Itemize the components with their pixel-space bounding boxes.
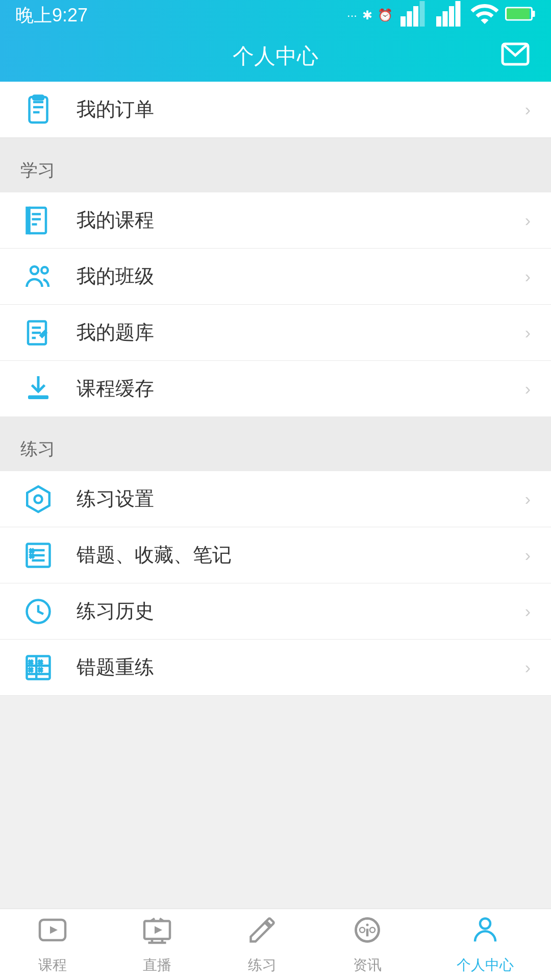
svg-text:✕: ✕ xyxy=(30,553,34,559)
question-bank-label: 我的题库 xyxy=(77,320,525,346)
list-item-courses[interactable]: 我的课程 › xyxy=(0,192,551,249)
list-item-orders[interactable]: 我的订单 › xyxy=(0,82,551,138)
orders-label: 我的订单 xyxy=(77,96,525,122)
list-item-cache[interactable]: 课程缓存 › xyxy=(0,361,551,417)
play-circle-icon xyxy=(37,915,68,951)
practice-settings-label: 练习设置 xyxy=(77,486,525,512)
cache-label: 课程缓存 xyxy=(77,376,525,402)
svg-rect-7 xyxy=(456,1,461,27)
top-section: 我的订单 › xyxy=(0,82,551,138)
practice-items: 练习设置 › ✕ ✕ 错题、收藏、笔记 › xyxy=(0,471,551,696)
list-item-wrong-retrain[interactable]: ✕ ✕ ✕ ✕ 错题重练 › xyxy=(0,640,551,696)
alarm-icon: ⏰ xyxy=(378,8,393,22)
mail-button[interactable] xyxy=(500,39,531,74)
tab-courses-label: 课程 xyxy=(38,955,67,975)
svg-point-22 xyxy=(31,266,38,274)
svg-point-56 xyxy=(360,927,365,933)
bluetooth-icon: ✱ xyxy=(362,8,372,22)
courses-label: 我的课程 xyxy=(77,207,525,233)
svg-rect-4 xyxy=(436,16,441,27)
list-item-practice-history[interactable]: 练习历史 › xyxy=(0,583,551,640)
clock-icon xyxy=(20,594,56,629)
wrong-retrain-label: 错题重练 xyxy=(77,654,525,680)
svg-text:✕: ✕ xyxy=(29,667,33,672)
grid-x-icon: ✕ ✕ ✕ ✕ xyxy=(20,650,56,685)
signal-bar2-icon xyxy=(434,0,464,32)
svg-point-57 xyxy=(370,927,375,933)
svg-text:✕: ✕ xyxy=(29,659,33,665)
section-gap-1 xyxy=(0,138,551,149)
page-header: 个人中心 xyxy=(0,31,551,82)
content-area: 我的订单 › 学习 我的课程 › xyxy=(0,82,551,909)
tab-profile-label: 个人中心 xyxy=(457,955,514,975)
tab-bar: 课程 直播 练习 xyxy=(0,909,551,980)
svg-rect-28 xyxy=(28,395,48,399)
svg-rect-2 xyxy=(413,6,418,27)
list-item-practice-settings[interactable]: 练习设置 › xyxy=(0,471,551,527)
pencil-icon xyxy=(247,915,278,951)
practice-section-header: 练习 xyxy=(0,427,551,471)
practice-history-label: 练习历史 xyxy=(77,598,525,624)
tab-item-live[interactable]: 直播 xyxy=(142,915,172,975)
svg-rect-6 xyxy=(449,6,454,27)
live-tv-icon xyxy=(142,915,172,951)
svg-rect-3 xyxy=(420,1,425,27)
gear-hex-icon xyxy=(20,481,56,517)
info-circle-icon xyxy=(352,915,383,951)
wrong-retrain-chevron: › xyxy=(525,657,531,677)
person-icon xyxy=(470,915,500,951)
page-title: 个人中心 xyxy=(233,42,318,70)
svg-point-53 xyxy=(366,923,368,926)
list-item-question-bank[interactable]: 我的题库 › xyxy=(0,305,551,361)
wifi-icon xyxy=(469,0,500,32)
tab-item-profile[interactable]: 个人中心 xyxy=(457,915,514,975)
svg-rect-10 xyxy=(507,9,530,19)
svg-rect-1 xyxy=(407,11,412,27)
list-check-icon: ✕ ✕ xyxy=(20,537,56,573)
svg-rect-9 xyxy=(532,11,535,17)
status-time: 晚上9:27 xyxy=(15,3,88,28)
battery-icon xyxy=(505,0,536,32)
status-bar: 晚上9:27 ··· ✱ ⏰ xyxy=(0,0,551,31)
wrong-collect-notes-chevron: › xyxy=(525,545,531,565)
users-icon xyxy=(20,259,56,295)
svg-point-58 xyxy=(480,918,490,928)
tab-practice-label: 练习 xyxy=(248,955,277,975)
svg-text:✕: ✕ xyxy=(38,659,42,665)
orders-chevron: › xyxy=(525,100,531,119)
svg-marker-46 xyxy=(50,926,58,934)
svg-rect-16 xyxy=(33,95,43,100)
svg-text:✕: ✕ xyxy=(38,667,42,672)
tab-item-courses[interactable]: 课程 xyxy=(37,915,68,975)
learning-section-header: 学习 xyxy=(0,149,551,192)
list-item-wrong-collect-notes[interactable]: ✕ ✕ 错题、收藏、笔记 › xyxy=(0,527,551,583)
book-icon xyxy=(20,203,56,238)
tab-item-news[interactable]: 资讯 xyxy=(352,915,383,975)
signal-dots-icon: ··· xyxy=(347,8,357,22)
status-icons: ··· ✱ ⏰ xyxy=(347,0,536,32)
download-icon xyxy=(20,371,56,407)
svg-marker-51 xyxy=(155,926,162,934)
svg-rect-5 xyxy=(443,11,448,27)
svg-rect-17 xyxy=(28,208,46,233)
cache-chevron: › xyxy=(525,379,531,399)
svg-rect-12 xyxy=(30,97,47,122)
practice-settings-chevron: › xyxy=(525,489,531,509)
svg-rect-21 xyxy=(27,208,30,233)
section-gap-2 xyxy=(0,417,551,427)
svg-rect-0 xyxy=(400,16,406,27)
list-item-class[interactable]: 我的班级 › xyxy=(0,249,551,305)
clipboard-icon xyxy=(20,92,56,128)
signal-bar1-icon xyxy=(398,0,429,32)
learning-items: 我的课程 › 我的班级 › xyxy=(0,192,551,417)
svg-point-29 xyxy=(35,495,42,503)
class-label: 我的班级 xyxy=(77,263,525,289)
tab-live-label: 直播 xyxy=(143,955,171,975)
question-bank-chevron: › xyxy=(525,323,531,342)
svg-point-23 xyxy=(41,267,48,274)
tab-item-practice[interactable]: 练习 xyxy=(247,915,278,975)
tab-news-label: 资讯 xyxy=(353,955,382,975)
edit-doc-icon xyxy=(20,315,56,351)
wrong-collect-notes-label: 错题、收藏、笔记 xyxy=(77,542,525,568)
class-chevron: › xyxy=(525,266,531,286)
